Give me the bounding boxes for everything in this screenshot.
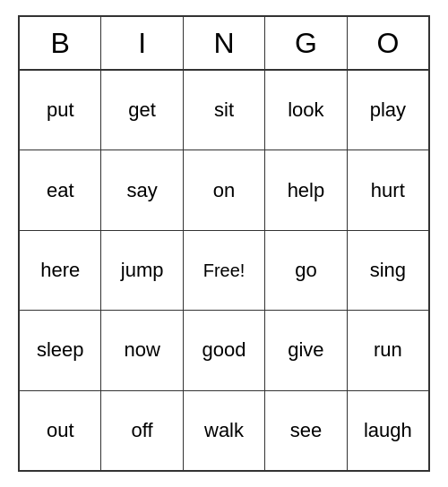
bingo-cell-2-3: go bbox=[265, 231, 347, 310]
bingo-cell-3-1: now bbox=[101, 311, 183, 389]
bingo-cell-2-2: Free! bbox=[184, 231, 265, 310]
header-letter-i: I bbox=[101, 17, 183, 69]
bingo-cell-3-4: run bbox=[348, 311, 428, 389]
bingo-row-3: sleepnowgoodgiverun bbox=[20, 311, 428, 390]
bingo-cell-0-3: look bbox=[265, 71, 347, 150]
bingo-card: BINGO putgetsitlookplayeatsayonhelphurth… bbox=[18, 15, 430, 472]
bingo-cell-1-1: say bbox=[101, 150, 183, 229]
bingo-cell-1-2: on bbox=[184, 150, 265, 229]
bingo-body: putgetsitlookplayeatsayonhelphurtherejum… bbox=[20, 71, 428, 470]
bingo-cell-1-3: help bbox=[265, 150, 347, 229]
bingo-cell-3-3: give bbox=[265, 311, 347, 389]
bingo-cell-4-3: see bbox=[265, 391, 347, 470]
bingo-cell-1-0: eat bbox=[20, 150, 101, 229]
bingo-header: BINGO bbox=[20, 17, 428, 71]
bingo-cell-0-2: sit bbox=[184, 71, 265, 150]
bingo-cell-2-0: here bbox=[20, 231, 101, 310]
bingo-cell-4-1: off bbox=[101, 391, 183, 470]
header-letter-b: B bbox=[20, 17, 101, 69]
bingo-cell-4-4: laugh bbox=[348, 391, 428, 470]
bingo-cell-4-0: out bbox=[20, 391, 101, 470]
bingo-row-2: herejumpFree!gosing bbox=[20, 231, 428, 311]
bingo-cell-0-1: get bbox=[101, 71, 183, 150]
bingo-row-0: putgetsitlookplay bbox=[20, 71, 428, 150]
bingo-cell-1-4: hurt bbox=[348, 150, 428, 229]
bingo-cell-3-0: sleep bbox=[20, 311, 101, 389]
bingo-cell-3-2: good bbox=[184, 311, 265, 389]
bingo-cell-0-4: play bbox=[348, 71, 428, 150]
bingo-cell-2-1: jump bbox=[101, 231, 183, 310]
bingo-row-1: eatsayonhelphurt bbox=[20, 150, 428, 230]
header-letter-g: G bbox=[265, 17, 347, 69]
bingo-row-4: outoffwalkseelaugh bbox=[20, 391, 428, 470]
bingo-cell-0-0: put bbox=[20, 71, 101, 150]
header-letter-n: N bbox=[184, 17, 265, 69]
header-letter-o: O bbox=[348, 17, 428, 69]
bingo-cell-4-2: walk bbox=[184, 391, 265, 470]
bingo-cell-2-4: sing bbox=[348, 231, 428, 310]
